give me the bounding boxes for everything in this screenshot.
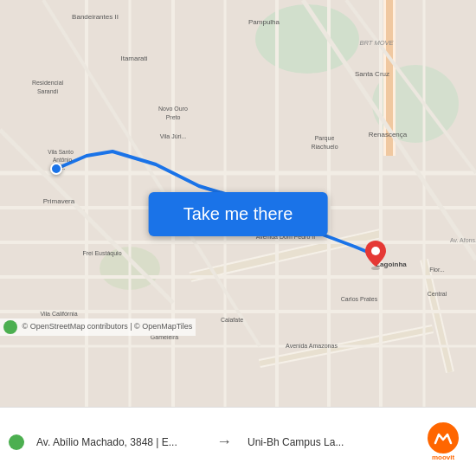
- destination-pin: [363, 241, 388, 270]
- svg-text:Pampulha: Pampulha: [248, 18, 280, 26]
- svg-text:Itamarati: Itamarati: [120, 55, 147, 62]
- svg-text:Flor...: Flor...: [429, 267, 445, 273]
- svg-text:Primavera: Primavera: [43, 197, 75, 205]
- svg-text:Calafate: Calafate: [221, 317, 243, 323]
- to-label: Uni-Bh Campus La...: [248, 436, 412, 448]
- svg-point-60: [371, 247, 380, 255]
- svg-text:Riachuelo: Riachuelo: [311, 144, 338, 150]
- osm-dot-icon: [9, 434, 24, 450]
- svg-text:Bandeirantes II: Bandeirantes II: [72, 13, 119, 21]
- svg-text:Preto: Preto: [166, 114, 181, 120]
- svg-text:Antônio: Antônio: [53, 157, 72, 163]
- svg-text:Parque: Parque: [315, 135, 335, 142]
- osm-attribution: © OpenStreetMap contributors | © OpenMap…: [0, 318, 196, 336]
- take-me-there-button[interactable]: Take me there: [149, 192, 328, 236]
- from-section: Av. Abílio Machado, 3848 | E...: [29, 436, 208, 448]
- svg-point-59: [371, 267, 380, 270]
- svg-text:Carlos Prates: Carlos Prates: [341, 296, 378, 302]
- svg-text:Vila Santo: Vila Santo: [48, 149, 74, 155]
- svg-text:Sarandi: Sarandi: [37, 88, 59, 94]
- moovit-logo-icon: [434, 431, 453, 445]
- moovit-logo-circle: [428, 422, 459, 453]
- svg-text:Avenida Amazonas: Avenida Amazonas: [286, 343, 338, 349]
- svg-text:Novo Ouro: Novo Ouro: [158, 106, 188, 112]
- osm-icon: [3, 320, 17, 334]
- app: Bandeirantes II Pampulha Residencial Sar…: [0, 0, 476, 476]
- svg-text:Central: Central: [428, 291, 447, 297]
- svg-text:Renascença: Renascença: [369, 131, 408, 138]
- svg-text:BRT MOVE: BRT MOVE: [359, 39, 394, 47]
- svg-text:Frei Eustáquio: Frei Eustáquio: [82, 250, 121, 257]
- svg-text:Vila Califórnia: Vila Califórnia: [40, 311, 77, 317]
- bottom-bar: Av. Abílio Machado, 3848 | E... → Uni-Bh…: [0, 407, 476, 476]
- svg-text:Residencial: Residencial: [32, 80, 64, 86]
- svg-text:Vila Júri...: Vila Júri...: [160, 133, 187, 139]
- arrow-icon: →: [208, 433, 241, 451]
- origin-marker: [50, 163, 62, 175]
- from-label: Av. Abílio Machado, 3848 | E...: [36, 436, 201, 448]
- to-section: Uni-Bh Campus La...: [241, 436, 419, 448]
- map-container: Bandeirantes II Pampulha Residencial Sar…: [0, 0, 476, 407]
- moovit-text: moovit: [432, 453, 454, 461]
- moovit-logo: moovit: [419, 422, 467, 461]
- svg-text:Av. Afons...: Av. Afons...: [450, 237, 476, 243]
- svg-text:Santa Cruz: Santa Cruz: [355, 70, 389, 78]
